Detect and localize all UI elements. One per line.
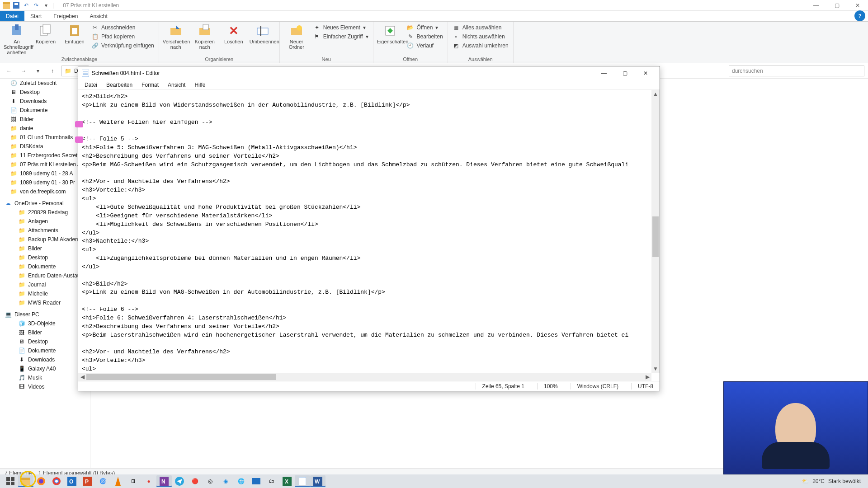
tree-item[interactable]: 📁Michelle bbox=[0, 289, 90, 298]
taskbar-powerpoint[interactable]: P bbox=[80, 475, 95, 487]
tree-item[interactable]: 🖥Desktop bbox=[0, 337, 90, 346]
minimize-button[interactable]: — bbox=[806, 0, 826, 11]
np-minimize-button[interactable]: — bbox=[594, 67, 614, 80]
tree-item[interactable]: 📄Dokumente bbox=[0, 346, 90, 355]
select-all-button[interactable]: ▦Alles auswählen bbox=[452, 23, 509, 32]
maximize-button[interactable]: ▢ bbox=[826, 0, 847, 11]
tree-onedrive[interactable]: ☁OneDrive - Personal bbox=[0, 199, 90, 208]
notepad-textarea[interactable]: <h2>Bild</h2> <p>Link zu einem Bild von … bbox=[78, 90, 651, 373]
paste-shortcut-button[interactable]: 🔗Verknüpfung einfügen bbox=[90, 42, 155, 50]
taskbar-onenote[interactable]: N bbox=[156, 475, 172, 487]
taskbar-app[interactable]: 🗂 bbox=[264, 475, 279, 487]
tab-datei[interactable]: Datei bbox=[0, 11, 24, 21]
system-tray[interactable]: ⛅ 20°C Stark bewölkt bbox=[802, 478, 865, 484]
menu-help[interactable]: Hilfe bbox=[191, 81, 209, 89]
qat-dropdown-icon[interactable]: ▾ bbox=[42, 2, 50, 9]
qat-redo-icon[interactable]: ↷ bbox=[33, 2, 40, 9]
tab-start[interactable]: Start bbox=[24, 11, 47, 21]
taskbar-app[interactable]: 🗓 bbox=[126, 475, 141, 487]
scroll-right-icon[interactable]: ▶ bbox=[643, 373, 651, 381]
menu-file[interactable]: Datei bbox=[81, 81, 101, 89]
menu-format[interactable]: Format bbox=[138, 81, 162, 89]
menu-edit[interactable]: Bearbeiten bbox=[103, 81, 136, 89]
np-close-button[interactable]: ✕ bbox=[635, 67, 656, 80]
new-folder-button[interactable]: Neuer Ordner bbox=[283, 23, 310, 50]
copy-to-button[interactable]: Kopieren nach bbox=[192, 23, 218, 50]
tree-item[interactable]: 📁Bilder bbox=[0, 244, 90, 253]
cut-button[interactable]: ✂Ausschneiden bbox=[90, 23, 155, 32]
open-button[interactable]: 📂Öffnen ▾ bbox=[406, 23, 444, 32]
pin-quickaccess-button[interactable]: An Schnellzugriff anheften bbox=[4, 23, 30, 55]
scrollbar-thumb[interactable] bbox=[86, 374, 276, 380]
nav-up-button[interactable]: ↑ bbox=[47, 66, 58, 76]
taskbar-vlc[interactable] bbox=[110, 475, 126, 487]
tree-item[interactable]: ⬇Downloads bbox=[0, 97, 90, 106]
taskbar-app[interactable]: 🔴 bbox=[187, 475, 203, 487]
tree-item[interactable]: 📁DISKdata bbox=[0, 142, 90, 151]
horizontal-scrollbar[interactable]: ◀ ▶ bbox=[78, 373, 651, 381]
taskbar-notepad[interactable] bbox=[295, 475, 310, 487]
scroll-up-icon[interactable]: ▲ bbox=[651, 90, 660, 98]
copy-path-button[interactable]: 📋Pfad kopieren bbox=[90, 33, 155, 41]
tree-item[interactable]: 📁07 Präs mit KI erstellen A bbox=[0, 160, 90, 169]
taskbar-word[interactable]: W bbox=[310, 475, 326, 487]
help-icon[interactable]: ? bbox=[854, 10, 865, 21]
qat-save-icon[interactable] bbox=[13, 2, 20, 9]
tree-item[interactable]: 📄Dokumente bbox=[0, 106, 90, 115]
search-input[interactable]: durchsuchen bbox=[729, 66, 864, 76]
taskbar-firefox[interactable] bbox=[33, 475, 49, 487]
easy-access-button[interactable]: ⚑Einfacher Zugriff ▾ bbox=[312, 33, 369, 41]
scroll-left-icon[interactable]: ◀ bbox=[78, 373, 86, 381]
start-button[interactable] bbox=[3, 475, 18, 487]
tree-item[interactable]: 🎵Musik bbox=[0, 373, 90, 382]
tree-quick-access[interactable]: 🕘Zuletzt besucht bbox=[0, 79, 90, 88]
select-none-button[interactable]: ▫Nichts auswählen bbox=[452, 33, 509, 41]
taskbar-outlook[interactable]: O bbox=[64, 475, 80, 487]
delete-button[interactable]: ✕Löschen bbox=[221, 23, 247, 44]
move-to-button[interactable]: Verschieben nach bbox=[163, 23, 189, 50]
tree-item[interactable]: 📁1089 udemy 01 - 28 A bbox=[0, 169, 90, 178]
tab-ansicht[interactable]: Ansicht bbox=[84, 11, 113, 21]
taskbar-chrome[interactable] bbox=[49, 475, 64, 487]
tree-item[interactable]: 📁MWS Reader bbox=[0, 298, 90, 307]
rename-button[interactable]: Umbenennen bbox=[250, 23, 276, 44]
tree-item[interactable]: 📱Galaxy A40 bbox=[0, 364, 90, 373]
edit-button[interactable]: ✎Bearbeiten bbox=[406, 33, 444, 41]
taskbar-excel[interactable]: X bbox=[279, 475, 295, 487]
tree-item[interactable]: 📁Desktop bbox=[0, 253, 90, 262]
invert-selection-button[interactable]: ◩Auswahl umkehren bbox=[452, 42, 509, 50]
scroll-down-icon[interactable]: ▼ bbox=[651, 365, 660, 373]
nav-back-button[interactable]: ← bbox=[4, 66, 14, 76]
tree-item[interactable]: ⬇Downloads bbox=[0, 355, 90, 364]
tree-item[interactable]: 📁Attachments bbox=[0, 226, 90, 235]
qat-undo-icon[interactable]: ↶ bbox=[23, 2, 30, 9]
paste-button[interactable]: Einfügen bbox=[61, 23, 88, 44]
tree-item[interactable]: 🧊3D-Objekte bbox=[0, 319, 90, 328]
tree-item[interactable]: 🖼Bilder bbox=[0, 328, 90, 337]
tree-item[interactable]: 📁Anlagen bbox=[0, 217, 90, 226]
taskbar-app[interactable]: 🌀 bbox=[95, 475, 110, 487]
menu-view[interactable]: Ansicht bbox=[164, 81, 189, 89]
tab-freigeben[interactable]: Freigeben bbox=[47, 11, 84, 21]
tree-this-pc[interactable]: 💻Dieser PC bbox=[0, 310, 90, 319]
taskbar-app[interactable]: ● bbox=[141, 475, 156, 487]
taskbar-app[interactable]: 🌐 bbox=[233, 475, 249, 487]
copy-button[interactable]: Kopieren bbox=[33, 23, 59, 44]
tree-item[interactable]: 📁Journal bbox=[0, 280, 90, 289]
tree-item[interactable]: 📁Enduro Daten-Austaus bbox=[0, 271, 90, 280]
tree-item[interactable]: 📁von de.freepik.com bbox=[0, 187, 90, 196]
tree-item[interactable]: 📁11 Erzbergrodeo Secret bbox=[0, 151, 90, 160]
weather-icon[interactable]: ⛅ bbox=[802, 478, 809, 484]
tree-item[interactable]: 📁Backup PJM Akademie bbox=[0, 235, 90, 244]
taskbar-explorer[interactable] bbox=[18, 475, 33, 487]
nav-recent-button[interactable]: ▾ bbox=[33, 66, 43, 76]
taskbar-app[interactable] bbox=[249, 475, 264, 487]
tree-item[interactable]: 🖥Desktop bbox=[0, 88, 90, 97]
nav-forward-button[interactable]: → bbox=[18, 66, 29, 76]
vertical-scrollbar[interactable]: ▲ ▼ bbox=[651, 90, 660, 373]
notepad-titlebar[interactable]: Schweißen 004.html - Editor — ▢ ✕ bbox=[78, 66, 660, 80]
taskbar-app[interactable]: ◉ bbox=[218, 475, 233, 487]
properties-button[interactable]: Eigenschaften bbox=[377, 23, 403, 44]
close-button[interactable]: ✕ bbox=[847, 0, 868, 11]
np-maximize-button[interactable]: ▢ bbox=[614, 67, 635, 80]
